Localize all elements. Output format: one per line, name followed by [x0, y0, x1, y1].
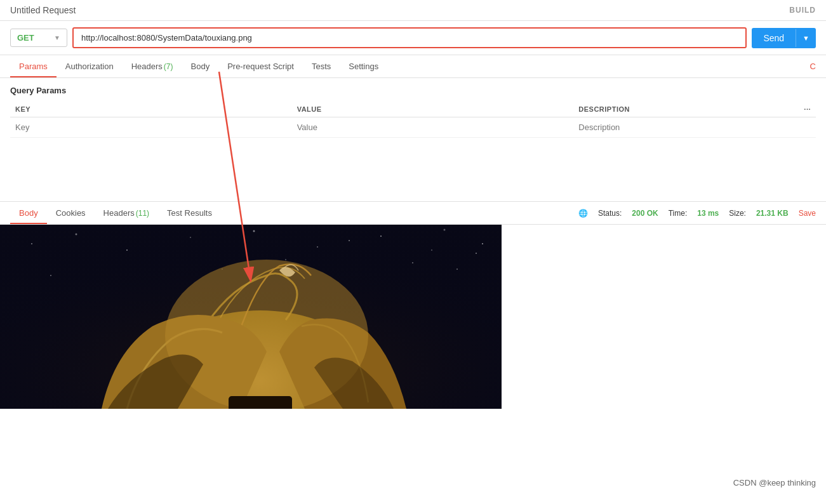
globe-icon: 🌐: [578, 209, 588, 218]
response-image-svg: [0, 225, 502, 409]
tab-test-results[interactable]: Test Results: [158, 202, 221, 224]
request-bar: GET ▼ Send ▼: [0, 21, 826, 55]
tab-cookies[interactable]: Cookies: [47, 202, 95, 224]
time-value: 13 ms: [697, 209, 719, 218]
tab-authorization[interactable]: Authorization: [57, 55, 123, 77]
key-input[interactable]: [15, 123, 287, 132]
chevron-down-icon: ▼: [54, 34, 60, 41]
table-row: [10, 117, 816, 138]
value-input[interactable]: [297, 123, 569, 132]
tab-body[interactable]: Body: [182, 55, 219, 77]
tab-params[interactable]: Params: [10, 55, 57, 77]
response-tabs-row: Body Cookies Headers(11) Test Results 🌐 …: [0, 201, 826, 225]
params-table: KEY VALUE DESCRIPTION ···: [10, 102, 816, 138]
size-value: 21.31 KB: [756, 209, 789, 218]
tab-overflow: C: [810, 62, 816, 71]
top-bar: Untitled Request BUILD: [0, 0, 826, 21]
send-label: Send: [752, 28, 796, 48]
response-body: CSDN @keep thinking: [0, 225, 826, 494]
col-header-key: KEY: [10, 102, 292, 117]
section-title: Query Params: [10, 86, 816, 95]
method-select[interactable]: GET ▼: [10, 29, 67, 47]
status-label: Status:: [598, 209, 622, 218]
time-label: Time:: [669, 209, 688, 218]
tab-response-headers[interactable]: Headers(11): [95, 202, 158, 224]
col-header-actions: ···: [799, 102, 816, 117]
tab-pre-request-script[interactable]: Pre-request Script: [218, 55, 303, 77]
method-value: GET: [17, 33, 34, 43]
send-button[interactable]: Send ▼: [752, 28, 816, 48]
tab-settings[interactable]: Settings: [340, 55, 387, 77]
col-header-desc: DESCRIPTION: [573, 102, 799, 117]
watermark: CSDN @keep thinking: [733, 478, 816, 487]
request-tabs-row: Params Authorization Headers(7) Body Pre…: [0, 55, 826, 78]
tab-response-body[interactable]: Body: [10, 202, 47, 224]
col-header-value: VALUE: [292, 102, 574, 117]
request-title: Untitled Request: [10, 5, 76, 15]
send-chevron-icon[interactable]: ▼: [796, 29, 816, 47]
svg-rect-24: [229, 396, 292, 409]
desc-input[interactable]: [578, 123, 794, 132]
response-meta: 🌐 Status: 200 OK Time: 13 ms Size: 21.31…: [578, 209, 816, 218]
tab-headers[interactable]: Headers(7): [123, 55, 182, 77]
tab-tests[interactable]: Tests: [303, 55, 340, 77]
url-input[interactable]: [72, 27, 747, 48]
build-label: BUILD: [789, 6, 816, 15]
query-params-section: Query Params KEY VALUE DESCRIPTION ···: [0, 78, 826, 138]
size-label: Size:: [729, 209, 746, 218]
image-display: [0, 225, 502, 409]
save-button[interactable]: Save: [799, 209, 816, 218]
status-value: 200 OK: [632, 209, 658, 218]
